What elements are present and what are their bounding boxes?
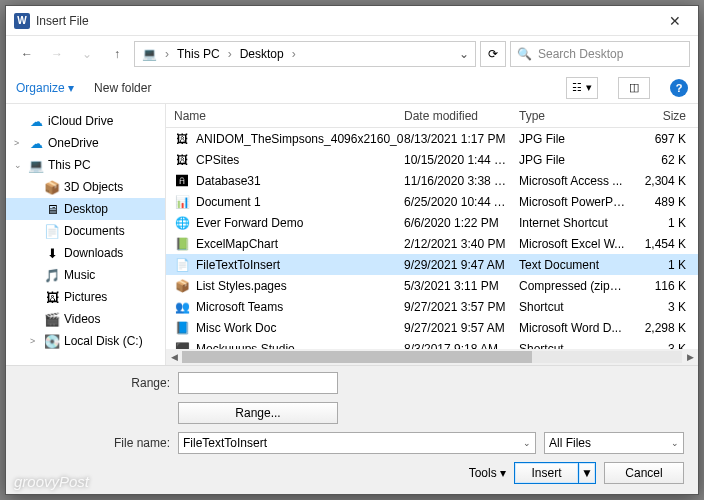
navigation-bar: ← → ⌄ ↑ 💻 › This PC › Desktop › ⌄ ⟳ 🔍 Se… bbox=[6, 36, 698, 72]
address-bar[interactable]: 💻 › This PC › Desktop › ⌄ bbox=[134, 41, 476, 67]
tree-item-label: Desktop bbox=[64, 202, 108, 216]
file-row[interactable]: 📊Document 16/25/2020 10:44 A...Microsoft… bbox=[166, 191, 698, 212]
file-date: 9/29/2021 9:47 AM bbox=[404, 258, 519, 272]
file-row[interactable]: 📗ExcelMapChart2/12/2021 3:40 PMMicrosoft… bbox=[166, 233, 698, 254]
file-icon: ⬛ bbox=[174, 341, 190, 350]
organize-menu[interactable]: Organize ▾ bbox=[16, 81, 74, 95]
file-row[interactable]: 📘Misc Work Doc9/27/2021 9:57 AMMicrosoft… bbox=[166, 317, 698, 338]
new-folder-button[interactable]: New folder bbox=[94, 81, 151, 95]
insert-file-dialog: W Insert File ✕ ← → ⌄ ↑ 💻 › This PC › De… bbox=[5, 5, 699, 495]
file-row[interactable]: 👥Microsoft Teams9/27/2021 3:57 PMShortcu… bbox=[166, 296, 698, 317]
file-date: 8/3/2017 9:18 AM bbox=[404, 342, 519, 350]
file-filter-dropdown[interactable]: All Files⌄ bbox=[544, 432, 684, 454]
file-name: CPSites bbox=[196, 153, 239, 167]
range-button[interactable]: Range... bbox=[178, 402, 338, 424]
folder-icon: 💽 bbox=[44, 333, 60, 349]
tree-item[interactable]: 🖥Desktop bbox=[6, 198, 165, 220]
up-button[interactable]: ↑ bbox=[104, 41, 130, 67]
range-row: Range: bbox=[20, 372, 684, 394]
tree-item[interactable]: ☁iCloud Drive bbox=[6, 110, 165, 132]
scroll-right-icon[interactable]: ▶ bbox=[682, 352, 698, 362]
insert-split-button[interactable]: ▼ bbox=[578, 462, 596, 484]
file-row[interactable]: 📄FileTextToInsert9/29/2021 9:47 AMText D… bbox=[166, 254, 698, 275]
column-name[interactable]: Name bbox=[174, 109, 404, 123]
range-input[interactable] bbox=[178, 372, 338, 394]
cancel-button[interactable]: Cancel bbox=[604, 462, 684, 484]
tree-item-label: 3D Objects bbox=[64, 180, 123, 194]
tree-item[interactable]: 🎬Videos bbox=[6, 308, 165, 330]
folder-icon: 🖥 bbox=[44, 201, 60, 217]
back-button[interactable]: ← bbox=[14, 41, 40, 67]
refresh-button[interactable]: ⟳ bbox=[480, 41, 506, 67]
search-input[interactable]: 🔍 Search Desktop bbox=[510, 41, 690, 67]
tree-item[interactable]: >☁OneDrive bbox=[6, 132, 165, 154]
tree-item-label: Music bbox=[64, 268, 95, 282]
tree-item-label: OneDrive bbox=[48, 136, 99, 150]
tree-item[interactable]: 🎵Music bbox=[6, 264, 165, 286]
chevron-down-icon[interactable]: ⌄ bbox=[671, 438, 679, 448]
breadcrumb[interactable]: Desktop bbox=[240, 47, 284, 61]
file-row[interactable]: 🖼CPSites10/15/2020 1:44 PMJPG File62 K bbox=[166, 149, 698, 170]
scroll-left-icon[interactable]: ◀ bbox=[166, 352, 182, 362]
tree-item[interactable]: 🖼Pictures bbox=[6, 286, 165, 308]
file-row[interactable]: 🅰Database3111/16/2020 3:38 PMMicrosoft A… bbox=[166, 170, 698, 191]
range-button-row: Range... bbox=[20, 402, 684, 424]
titlebar: W Insert File ✕ bbox=[6, 6, 698, 36]
chevron-right-icon[interactable]: › bbox=[161, 47, 173, 61]
tree-item[interactable]: 📄Documents bbox=[6, 220, 165, 242]
tree-item-label: Local Disk (C:) bbox=[64, 334, 143, 348]
file-size: 1 K bbox=[634, 258, 694, 272]
preview-pane-button[interactable]: ◫ bbox=[618, 77, 650, 99]
folder-icon: 📄 bbox=[44, 223, 60, 239]
tree-item-label: This PC bbox=[48, 158, 91, 172]
column-size[interactable]: Size bbox=[634, 109, 694, 123]
tree-item[interactable]: ⌄💻This PC bbox=[6, 154, 165, 176]
tree-item[interactable]: >💽Local Disk (C:) bbox=[6, 330, 165, 352]
action-buttons: Tools ▾ Insert ▼ Cancel bbox=[20, 462, 684, 484]
file-icon: 📊 bbox=[174, 194, 190, 210]
file-icon: 🅰 bbox=[174, 173, 190, 189]
help-icon[interactable]: ? bbox=[670, 79, 688, 97]
search-icon: 🔍 bbox=[517, 47, 532, 61]
recent-locations-button[interactable]: ⌄ bbox=[74, 41, 100, 67]
expand-icon[interactable]: > bbox=[30, 336, 40, 346]
breadcrumb[interactable]: This PC bbox=[177, 47, 220, 61]
file-row[interactable]: 🌐Ever Forward Demo6/6/2020 1:22 PMIntern… bbox=[166, 212, 698, 233]
column-date[interactable]: Date modified bbox=[404, 109, 519, 123]
file-type: Shortcut bbox=[519, 300, 634, 314]
file-rows[interactable]: 🖼ANIDOM_TheSimpsons_4096x2160_018/13/202… bbox=[166, 128, 698, 349]
close-icon[interactable]: ✕ bbox=[660, 13, 690, 29]
file-row[interactable]: 🖼ANIDOM_TheSimpsons_4096x2160_018/13/202… bbox=[166, 128, 698, 149]
chevron-down-icon[interactable]: ⌄ bbox=[523, 438, 531, 448]
tree-item-label: Downloads bbox=[64, 246, 123, 260]
tree-item[interactable]: 📦3D Objects bbox=[6, 176, 165, 198]
chevron-right-icon[interactable]: › bbox=[224, 47, 236, 61]
body: ☁iCloud Drive>☁OneDrive⌄💻This PC📦3D Obje… bbox=[6, 104, 698, 365]
column-headers[interactable]: Name Date modified Type Size bbox=[166, 104, 698, 128]
expand-icon[interactable]: > bbox=[14, 138, 24, 148]
file-type: Microsoft PowerPo... bbox=[519, 195, 634, 209]
column-type[interactable]: Type bbox=[519, 109, 634, 123]
forward-button[interactable]: → bbox=[44, 41, 70, 67]
file-row[interactable]: 📦List Styles.pages5/3/2021 3:11 PMCompre… bbox=[166, 275, 698, 296]
file-name: Misc Work Doc bbox=[196, 321, 276, 335]
address-dropdown-icon[interactable]: ⌄ bbox=[459, 47, 469, 61]
file-type: Compressed (zipp... bbox=[519, 279, 634, 293]
scroll-track[interactable] bbox=[182, 351, 682, 363]
file-icon: 📦 bbox=[174, 278, 190, 294]
expand-icon[interactable]: ⌄ bbox=[14, 160, 24, 170]
tools-menu[interactable]: Tools ▾ bbox=[469, 466, 506, 480]
file-type: Shortcut bbox=[519, 342, 634, 350]
file-type: Microsoft Access ... bbox=[519, 174, 634, 188]
scroll-thumb[interactable] bbox=[182, 351, 532, 363]
file-size: 1 K bbox=[634, 216, 694, 230]
filename-input[interactable]: FileTextToInsert⌄ bbox=[178, 432, 536, 454]
horizontal-scrollbar[interactable]: ◀ ▶ bbox=[166, 349, 698, 365]
insert-button[interactable]: Insert bbox=[514, 462, 578, 484]
tree-item[interactable]: ⬇Downloads bbox=[6, 242, 165, 264]
navigation-tree[interactable]: ☁iCloud Drive>☁OneDrive⌄💻This PC📦3D Obje… bbox=[6, 104, 166, 365]
chevron-right-icon[interactable]: › bbox=[288, 47, 300, 61]
dialog-title: Insert File bbox=[36, 14, 660, 28]
view-options-button[interactable]: ☷ ▾ bbox=[566, 77, 598, 99]
file-row[interactable]: ⬛Mockuuups Studio8/3/2017 9:18 AMShortcu… bbox=[166, 338, 698, 349]
